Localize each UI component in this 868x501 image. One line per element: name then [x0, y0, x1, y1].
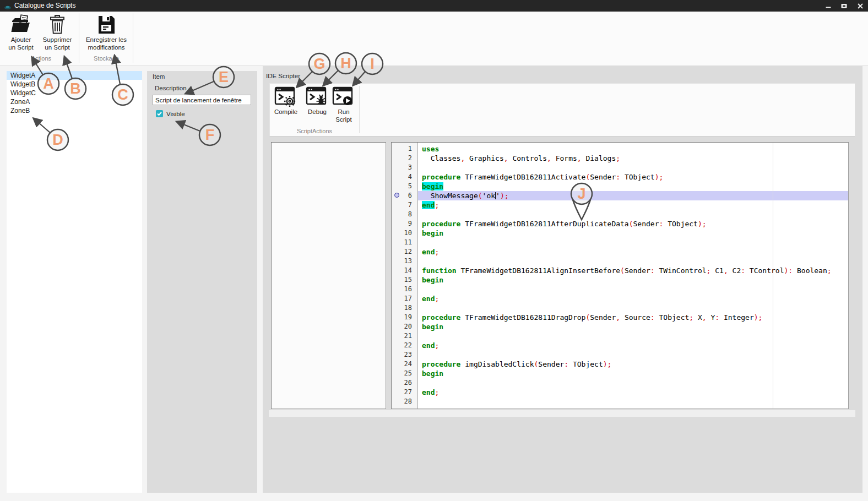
list-item[interactable]: WidgetC — [7, 89, 142, 97]
line-number[interactable]: 16 — [392, 285, 417, 294]
line-number[interactable]: 9 — [392, 219, 417, 228]
line-number[interactable]: 19 — [392, 313, 417, 322]
ide-scripter-panel: IDE Scripter — [263, 66, 862, 417]
code-line[interactable]: begin — [418, 322, 848, 331]
ide-scripter-title: IDE Scripter — [266, 73, 300, 79]
debug-button[interactable]: Debug — [305, 86, 329, 116]
list-item[interactable]: ZoneB — [7, 106, 142, 115]
line-number[interactable]: 28 — [392, 397, 417, 406]
code-line[interactable]: procedure imgDisabledClick(Sender: TObje… — [418, 360, 848, 369]
editor-gutter[interactable]: 1234567891011121314151617181920212223242… — [392, 143, 417, 409]
code-line[interactable]: end; — [418, 247, 848, 257]
ide-toolbar: Compile Debug — [269, 83, 855, 137]
debug-icon — [305, 86, 329, 108]
code-line[interactable]: begin — [418, 369, 848, 378]
code-line[interactable]: Classes, Graphics, Controls, Forms, Dial… — [418, 154, 848, 163]
code-line[interactable] — [418, 285, 848, 294]
breakpoint-marker[interactable] — [394, 193, 399, 198]
code-line[interactable]: end; — [418, 200, 848, 210]
code-line[interactable] — [418, 163, 848, 172]
line-number[interactable]: 27 — [392, 388, 417, 397]
code-line[interactable]: end; — [418, 341, 848, 350]
code-line[interactable] — [418, 350, 848, 360]
line-number[interactable]: 7 — [392, 200, 417, 210]
code-line-active[interactable]: ShowMessage('ok'); — [418, 191, 848, 200]
window-title: Catalogue de Scripts — [14, 2, 75, 9]
line-number[interactable]: 10 — [392, 228, 417, 238]
maximize-button[interactable] — [836, 0, 852, 12]
list-item[interactable]: ZoneA — [7, 97, 142, 106]
line-number[interactable]: 5 — [392, 182, 417, 191]
code-line[interactable]: begin — [418, 228, 848, 238]
code-line[interactable]: begin — [418, 182, 848, 191]
line-number[interactable]: 22 — [392, 341, 417, 350]
code-line[interactable]: end; — [418, 388, 848, 397]
add-script-button[interactable]: Ajouter un Script — [6, 14, 36, 51]
code-line[interactable] — [418, 331, 848, 341]
compile-button[interactable]: Compile — [273, 86, 299, 116]
line-number[interactable]: 3 — [392, 163, 417, 172]
code-line[interactable] — [418, 257, 848, 266]
code-line[interactable] — [418, 303, 848, 313]
minimize-button[interactable] — [820, 0, 836, 12]
line-number[interactable]: 26 — [392, 378, 417, 388]
line-number[interactable]: 24 — [392, 360, 417, 369]
code-line[interactable] — [418, 397, 848, 406]
line-number[interactable]: 4 — [392, 172, 417, 182]
floppy-disk-icon — [80, 14, 132, 36]
code-line[interactable]: function TFrameWidgetDB162811AlignInsert… — [418, 266, 848, 275]
code-editor[interactable]: 1234567891011121314151617181920212223242… — [391, 142, 849, 409]
run-script-icon — [332, 86, 356, 108]
code-line[interactable]: begin — [418, 275, 848, 285]
list-item[interactable]: WidgetB — [7, 80, 142, 89]
delete-script-button[interactable]: Supprimer un Script — [40, 14, 75, 51]
description-label: Description — [155, 85, 187, 91]
line-number[interactable]: 12 — [392, 247, 417, 257]
line-number[interactable]: 11 — [392, 238, 417, 247]
line-number[interactable]: 23 — [392, 350, 417, 360]
line-number[interactable]: 13 — [392, 257, 417, 266]
code-line[interactable]: procedure TFrameWidgetDB162811AfterDupli… — [418, 219, 848, 228]
line-number[interactable]: 20 — [392, 322, 417, 331]
code-line[interactable]: procedure TFrameWidgetDB162811Activate(S… — [418, 172, 848, 182]
description-input[interactable] — [153, 95, 251, 105]
close-button[interactable] — [852, 0, 868, 12]
item-panel-title: Item — [153, 73, 165, 80]
line-number[interactable]: 8 — [392, 210, 417, 219]
trash-icon — [40, 14, 75, 36]
line-number[interactable]: 25 — [392, 369, 417, 378]
line-number[interactable]: 17 — [392, 294, 417, 303]
code-line[interactable] — [418, 210, 848, 219]
save-changes-label-2: modifications — [80, 43, 132, 51]
line-number[interactable]: 2 — [392, 154, 417, 163]
visible-checkbox-label: Visible — [166, 111, 185, 117]
title-bar: Catalogue de Scripts — [0, 0, 868, 12]
line-number[interactable]: 21 — [392, 331, 417, 341]
save-changes-label-1: Enregistrer les — [80, 36, 132, 43]
ribbon-group-actions: Actions — [6, 55, 77, 62]
code-line[interactable] — [418, 378, 848, 388]
delete-script-label-1: Supprimer — [40, 36, 75, 43]
line-number[interactable]: 1 — [392, 144, 417, 154]
list-item[interactable]: WidgetA — [7, 71, 142, 80]
run-script-label-2: Script — [332, 116, 356, 123]
compile-icon — [273, 86, 299, 108]
add-script-label-1: Ajouter — [6, 36, 36, 43]
editor-code-area[interactable]: uses Classes, Graphics, Controls, Forms,… — [418, 143, 848, 409]
ide-lower-area — [263, 417, 862, 493]
ide-toolbar-separator — [359, 86, 360, 133]
code-line[interactable] — [418, 238, 848, 247]
right-margin-line — [773, 143, 773, 409]
visible-checkbox[interactable] — [156, 110, 163, 117]
save-changes-button[interactable]: Enregistrer les modifications — [80, 14, 132, 51]
code-line[interactable]: end; — [418, 294, 848, 303]
code-line[interactable]: procedure TFrameWidgetDB162811DragDrop(S… — [418, 313, 848, 322]
ribbon-separator — [79, 13, 79, 63]
line-number[interactable]: 14 — [392, 266, 417, 275]
code-line[interactable]: uses — [418, 144, 848, 154]
add-script-icon — [6, 14, 36, 36]
delete-script-label-2: un Script — [40, 43, 75, 51]
run-script-button[interactable]: Run Script — [332, 86, 356, 123]
line-number[interactable]: 18 — [392, 303, 417, 313]
line-number[interactable]: 15 — [392, 275, 417, 285]
